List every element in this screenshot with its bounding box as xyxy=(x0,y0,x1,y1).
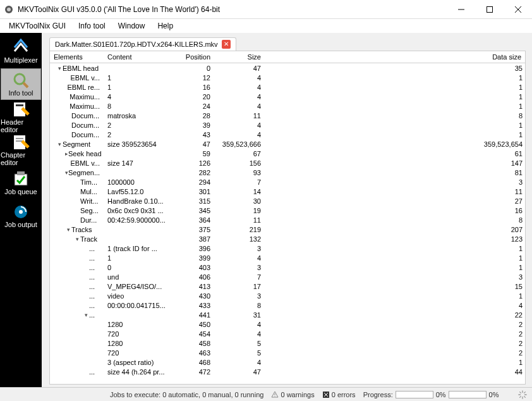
menu-mkvtoolnix-gui[interactable]: MKVToolNix GUI xyxy=(3,20,72,32)
col-elements[interactable]: Elements xyxy=(50,51,104,63)
cell-size: 5 xyxy=(214,340,265,347)
cell-content: 3 (aspect ratio) xyxy=(104,359,167,366)
table-row[interactable]: Tim...100000029473 xyxy=(50,177,525,187)
table-row[interactable]: EBML re...11641 xyxy=(50,82,525,92)
sidebar-item-chapter-editor[interactable]: Chapter editor xyxy=(1,134,41,166)
cell-data-size: 44 xyxy=(475,368,525,376)
cell-position: 468 xyxy=(167,359,214,366)
table-row[interactable]: ▾Segmen...2829381 xyxy=(50,168,525,177)
table-row[interactable]: 128045042 xyxy=(50,319,525,329)
cell-element: ... xyxy=(50,283,104,290)
cell-element: ... xyxy=(50,273,104,281)
cell-data-size: 147 xyxy=(475,159,525,167)
close-tab-icon[interactable]: ✕ xyxy=(222,40,231,49)
cell-data-size: 2 xyxy=(475,349,525,357)
progress-bar-total xyxy=(449,391,487,398)
table-row[interactable]: ▾Track387132123 xyxy=(50,234,525,244)
close-button[interactable] xyxy=(504,0,532,19)
cell-position: 433 xyxy=(167,302,214,309)
tree-toggle-icon[interactable]: ▾ xyxy=(65,226,71,233)
cell-size: 4 xyxy=(214,102,265,110)
table-row[interactable]: 3 (aspect ratio)46841 xyxy=(50,357,525,367)
cell-position: 20 xyxy=(167,93,214,101)
sidebar-item-multiplexer[interactable]: Multiplexer xyxy=(1,35,41,67)
col-size[interactable]: Size xyxy=(214,51,265,63)
table-row[interactable]: Docum...matroska28118 xyxy=(50,111,525,120)
tree-toggle-icon[interactable]: ▾ xyxy=(56,141,63,147)
table-row[interactable]: ▸Seek head596761 xyxy=(50,149,525,158)
table-row[interactable]: EBML v...11241 xyxy=(50,73,525,82)
table-row[interactable]: 128045852 xyxy=(50,338,525,348)
status-errors[interactable]: 0 errors xyxy=(322,391,356,398)
cell-content: HandBrake 0.10... xyxy=(104,197,167,205)
table-row[interactable]: 72046352 xyxy=(50,348,525,357)
cell-element: ... xyxy=(50,368,104,376)
cell-content: 1 xyxy=(104,74,167,82)
table-row[interactable]: ▾Segmentsize 35952365447359,523,666359,5… xyxy=(50,139,525,149)
table-row[interactable]: ▾Tracks375219207 xyxy=(50,225,525,234)
cell-data-size: 81 xyxy=(475,169,525,176)
cell-size: 11 xyxy=(214,112,265,120)
spinner-icon xyxy=(518,390,527,399)
table-row[interactable]: ...size 44 (h.264 pr...4724744 xyxy=(50,367,525,376)
col-position[interactable]: Position xyxy=(167,51,214,63)
status-warnings[interactable]: 0 warnings xyxy=(271,391,314,398)
cell-element: EBML v... xyxy=(50,159,104,167)
table-row[interactable]: 72045442 xyxy=(50,329,525,338)
cell-position: 294 xyxy=(167,178,214,186)
col-data-size[interactable]: Data size xyxy=(475,51,525,63)
cell-element: EBML v... xyxy=(50,74,104,82)
info-table: Elements Content Position Size Data size… xyxy=(49,51,526,385)
table-row[interactable]: Dur...00:42:59.900000...364118 xyxy=(50,215,525,225)
table-row[interactable]: ▾...4413122 xyxy=(50,310,525,319)
table-row[interactable]: Maximu...42041 xyxy=(50,92,525,101)
cell-element: ▾EBML head xyxy=(50,65,104,72)
cell-element: Dur... xyxy=(50,216,104,224)
cell-element: Docum... xyxy=(50,112,104,120)
table-row[interactable]: ...und40673 xyxy=(50,272,525,281)
cell-data-size: 1 xyxy=(475,264,525,271)
tree-toggle-icon[interactable]: ▾ xyxy=(56,65,63,71)
minimize-button[interactable] xyxy=(447,0,475,19)
tab-file[interactable]: Dark.Matter.S01E01.720p.HDTV.x264-KILLER… xyxy=(49,37,236,51)
table-row[interactable]: EBML v...size 147126156147 xyxy=(50,158,525,168)
cell-content: size 359523654 xyxy=(104,140,167,148)
table-row[interactable]: ...1 (track ID for ...39631 xyxy=(50,244,525,253)
cell-element: Mul... xyxy=(50,188,104,195)
cell-position: 43 xyxy=(167,131,214,139)
maximize-button[interactable] xyxy=(475,0,504,19)
cell-element: EBML re... xyxy=(50,83,104,91)
tree-toggle-icon[interactable]: ▾ xyxy=(74,236,80,242)
table-row[interactable]: Docum...23941 xyxy=(50,120,525,130)
cell-data-size: 2 xyxy=(475,321,525,328)
cell-data-size: 2 xyxy=(475,330,525,338)
sidebar-item-info-tool[interactable]: Info tool xyxy=(1,68,41,100)
table-row[interactable]: Docum...24341 xyxy=(50,130,525,139)
col-content[interactable]: Content xyxy=(104,51,167,63)
menu-info-tool[interactable]: Info tool xyxy=(72,20,112,32)
table-row[interactable]: ...139941 xyxy=(50,253,525,262)
sidebar-item-header-editor[interactable]: Header editor xyxy=(1,101,41,133)
cell-position: 454 xyxy=(167,330,214,338)
sidebar-item-job-output[interactable]: Job output xyxy=(1,200,41,231)
status-progress: Progress: 0% 0% xyxy=(363,391,499,398)
sidebar-item-job-queue[interactable]: Job queue xyxy=(1,167,41,199)
cell-position: 472 xyxy=(167,368,214,376)
table-row[interactable]: Writ...HandBrake 0.10...3153027 xyxy=(50,196,525,206)
table-row[interactable]: ▾EBML head04735 xyxy=(50,63,525,73)
table-row[interactable]: ...040331 xyxy=(50,262,525,272)
table-row[interactable]: Mul...Lavf55.12.03011411 xyxy=(50,187,525,196)
svg-rect-9 xyxy=(16,104,23,106)
table-row[interactable]: Seg...0x6c 0xc9 0x31 ...3451916 xyxy=(50,206,525,215)
table-row[interactable]: ...00:00:00.041715...43384 xyxy=(50,300,525,310)
table-row[interactable]: Maximu...82441 xyxy=(50,101,525,111)
table-row[interactable]: ...V_MPEG4/ISO/...4131715 xyxy=(50,281,525,291)
cell-element: Tim... xyxy=(50,178,104,186)
menu-window[interactable]: Window xyxy=(112,20,152,32)
cell-data-size: 22 xyxy=(475,311,525,319)
tree-toggle-icon[interactable]: ▾ xyxy=(83,312,89,318)
menu-help[interactable]: Help xyxy=(151,20,179,32)
cell-content: 1 xyxy=(104,254,167,262)
table-row[interactable]: ...video43031 xyxy=(50,291,525,300)
table-body[interactable]: ▾EBML head04735EBML v...11241EBML re...1… xyxy=(50,63,525,384)
